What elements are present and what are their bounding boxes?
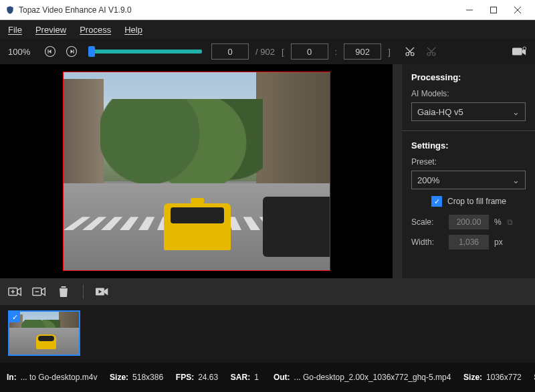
link-icon[interactable]: ⧉ — [507, 217, 513, 227]
statusbar: In: ... to Go-desktop.m4v Size: 518x386 … — [0, 363, 535, 392]
scale-label: Scale: — [411, 217, 443, 227]
ai-model-select[interactable]: Gaia-HQ v5 ⌄ — [411, 102, 526, 121]
in-point-input[interactable] — [291, 43, 328, 60]
svg-rect-1 — [491, 7, 497, 13]
content-area: Processing: AI Models: Gaia-HQ v5 ⌄ Sett… — [0, 64, 535, 278]
process-button[interactable] — [96, 284, 110, 299]
width-input[interactable]: 1,036 — [449, 235, 489, 250]
preset-label: Preset: — [411, 157, 526, 167]
zoom-level[interactable]: 100% — [8, 47, 36, 57]
svg-point-17 — [523, 47, 526, 50]
ai-model-value: Gaia-HQ v5 — [417, 107, 463, 117]
svg-line-14 — [430, 47, 435, 53]
minimize-button[interactable] — [457, 1, 481, 19]
range-colon: : — [335, 47, 338, 57]
chevron-down-icon: ⌄ — [512, 175, 520, 185]
timeline-slider[interactable] — [88, 50, 202, 54]
bracket-close: ] — [388, 47, 391, 57]
check-icon: ✓ — [431, 196, 442, 207]
status-size1-value: 518x386 — [132, 373, 163, 382]
width-row: Width: 1,036 px — [411, 235, 526, 250]
menu-process[interactable]: Process — [80, 25, 111, 35]
titlebar: Topaz Video Enhance AI V1.9.0 — [0, 0, 535, 20]
action-divider — [83, 284, 84, 299]
menu-preview[interactable]: Preview — [35, 25, 66, 35]
menu-file[interactable]: File — [8, 25, 22, 35]
svg-line-10 — [409, 47, 414, 53]
delete-button[interactable] — [56, 284, 71, 299]
status-in-key: In: — [7, 373, 17, 382]
svg-line-11 — [406, 47, 411, 53]
status-size1-key: Size: — [110, 373, 128, 382]
preset-select[interactable]: 200% ⌄ — [411, 171, 526, 189]
timeline-thumb[interactable] — [88, 46, 95, 57]
scale-input[interactable]: 200.00 — [449, 215, 489, 229]
camera-view-icon[interactable] — [512, 44, 527, 59]
add-clip-button[interactable] — [8, 284, 23, 299]
clip-thumbnail[interactable]: ✓ — [8, 310, 80, 356]
maximize-button[interactable] — [481, 1, 506, 19]
crop-checkbox[interactable]: ✓ Crop to fill frame — [431, 196, 526, 207]
status-size2-key: Size: — [463, 373, 482, 382]
settings-header: Settings: — [411, 140, 526, 151]
prev-frame-button[interactable] — [43, 44, 58, 59]
video-still — [64, 72, 330, 270]
ai-models-label: AI Models: — [411, 89, 526, 98]
status-sar-key: SAR: — [231, 373, 250, 382]
bracket-open: [ — [282, 47, 284, 57]
side-panel: Processing: AI Models: Gaia-HQ v5 ⌄ Sett… — [402, 64, 535, 278]
thumbnail-strip: ✓ — [0, 305, 535, 363]
close-button[interactable] — [506, 1, 530, 19]
preview-scrollbar[interactable] — [393, 64, 402, 278]
crop-label: Crop to fill frame — [447, 197, 506, 206]
status-fps-value: 24.63 — [198, 373, 218, 382]
menubar: File Preview Process Help — [0, 20, 535, 39]
selected-check-icon: ✓ — [9, 312, 20, 322]
processing-header: Processing: — [411, 72, 526, 82]
menu-help[interactable]: Help — [124, 25, 142, 35]
svg-line-15 — [427, 47, 433, 53]
status-size2-value: 1036x772 — [486, 373, 522, 382]
width-label: Width: — [411, 237, 443, 247]
remove-clip-button[interactable] — [32, 284, 47, 299]
status-out-value: ... Go-desktop_2.00x_1036x772_ghq-5.mp4 — [294, 373, 451, 382]
app-shield-icon — [5, 5, 15, 15]
chevron-down-icon: ⌄ — [512, 107, 520, 117]
panel-divider — [402, 130, 535, 131]
status-in-value: ... to Go-desktop.m4v — [21, 373, 98, 382]
preset-value: 200% — [417, 175, 439, 185]
scale-row: Scale: 200.00 % ⧉ — [411, 215, 526, 229]
cut-disabled-icon — [424, 44, 439, 59]
svg-rect-16 — [512, 48, 522, 56]
status-out-key: Out: — [274, 373, 290, 382]
toolbar: 100% / 902 [ : ] — [0, 39, 535, 64]
out-point-input[interactable] — [344, 43, 381, 60]
current-frame-input[interactable] — [211, 43, 249, 60]
preview-viewport[interactable] — [0, 64, 393, 278]
next-frame-button[interactable] — [64, 44, 79, 59]
width-unit: px — [494, 237, 503, 247]
status-sar-value: 1 — [254, 373, 259, 382]
status-fps-key: FPS: — [176, 373, 194, 382]
actionbar — [0, 278, 535, 305]
frame-total-label: / 902 — [255, 47, 275, 57]
cut-icon[interactable] — [403, 44, 417, 59]
scale-unit: % — [494, 217, 502, 227]
window-title: Topaz Video Enhance AI V1.9.0 — [19, 5, 457, 15]
preview-frame — [63, 72, 330, 271]
